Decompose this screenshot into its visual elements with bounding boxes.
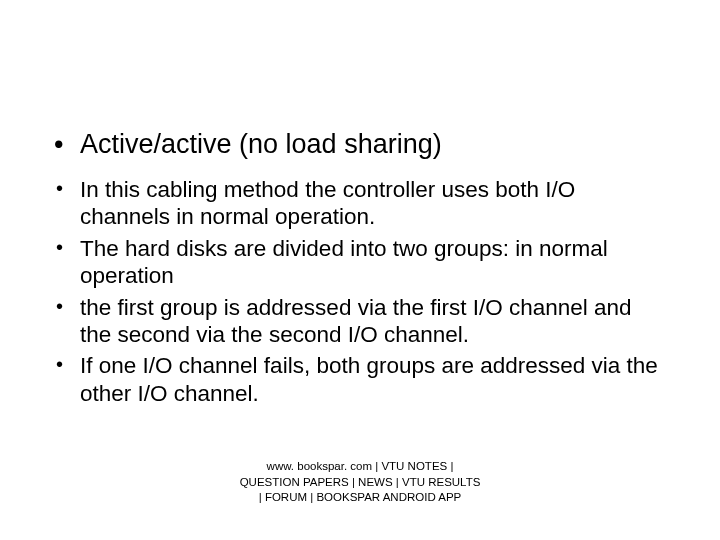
sub-bullet: In this cabling method the controller us… xyxy=(52,176,668,231)
sub-list: In this cabling method the controller us… xyxy=(52,176,668,408)
slide-body: Active/active (no load sharing) In this … xyxy=(52,128,668,411)
sub-bullet: the first group is addressed via the fir… xyxy=(52,294,668,349)
slide: Active/active (no load sharing) In this … xyxy=(0,0,720,540)
footer-line: | FORUM | BOOKSPAR ANDROID APP xyxy=(0,490,720,506)
sub-bullet: The hard disks are divided into two grou… xyxy=(52,235,668,290)
main-list: Active/active (no load sharing) xyxy=(52,128,668,162)
footer-line: QUESTION PAPERS | NEWS | VTU RESULTS xyxy=(0,475,720,491)
footer: www. bookspar. com | VTU NOTES | QUESTIO… xyxy=(0,459,720,506)
main-bullet: Active/active (no load sharing) xyxy=(52,128,668,162)
sub-bullet: If one I/O channel fails, both groups ar… xyxy=(52,352,668,407)
footer-line: www. bookspar. com | VTU NOTES | xyxy=(0,459,720,475)
